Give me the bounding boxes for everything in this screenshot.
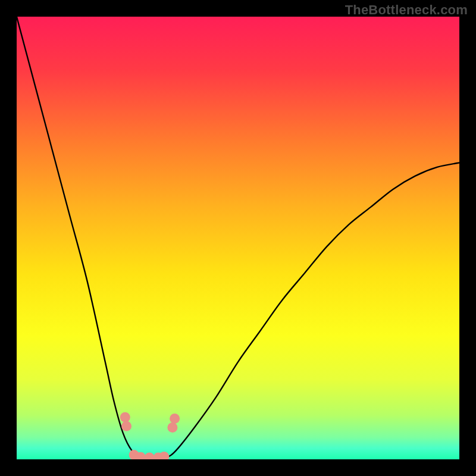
valley-marker [170, 414, 180, 424]
watermark-text: TheBottleneck.com [345, 2, 468, 18]
valley-marker [121, 421, 131, 431]
bottleneck-chart [17, 17, 459, 459]
chart-frame: TheBottleneck.com [0, 0, 476, 476]
valley-marker [120, 412, 130, 422]
plot-area [17, 17, 459, 459]
gradient-background [17, 17, 459, 459]
valley-marker [167, 422, 177, 433]
